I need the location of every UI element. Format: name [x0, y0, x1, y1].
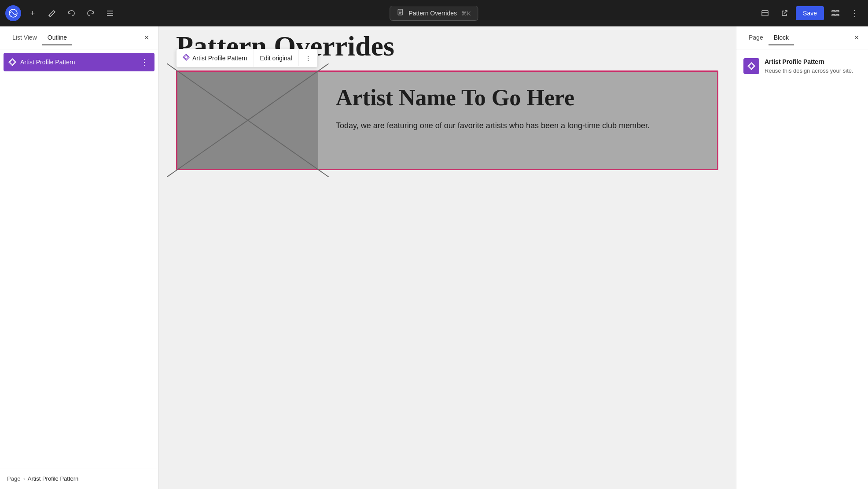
more-options-button[interactable]: ⋮: [847, 5, 863, 21]
pattern-diamond-icon: [8, 58, 17, 67]
canvas-content: Pattern Overrides Artist Profile Pattern: [158, 26, 736, 489]
view-icon-button[interactable]: [757, 5, 773, 21]
edit-button[interactable]: [44, 5, 60, 21]
shortcut-label: ⌘K: [461, 10, 471, 17]
pattern-list-item[interactable]: Artist Profile Pattern ⋮: [4, 53, 154, 71]
tab-block[interactable]: Block: [769, 30, 794, 45]
pattern-toolbar-diamond-icon: [183, 54, 190, 63]
tab-list-view[interactable]: List View: [7, 30, 42, 45]
redo-button[interactable]: [83, 5, 99, 21]
sidebar-right-content: Artist Profile Pattern Reuse this design…: [736, 49, 868, 84]
artist-name: Artist Name To Go Here: [336, 85, 699, 110]
sidebar-right-close-button[interactable]: ×: [852, 31, 861, 44]
edit-original-label: Edit original: [260, 55, 292, 62]
settings-icon-button[interactable]: [828, 5, 843, 21]
main-area: List View Outline × Artist Profile Patte…: [0, 26, 868, 489]
svg-rect-13: [832, 15, 835, 16]
external-link-button[interactable]: [776, 5, 792, 21]
breadcrumb-current: Artist Profile Pattern: [28, 475, 79, 482]
block-info-text: Artist Profile Pattern Reuse this design…: [765, 58, 853, 75]
list-view-button[interactable]: [102, 5, 118, 21]
pattern-name-button[interactable]: Artist Profile Pattern: [177, 49, 254, 67]
pattern-more-button[interactable]: ⋮: [139, 56, 150, 68]
more-options-icon: ⋮: [305, 55, 311, 62]
sidebar-left-content: Artist Profile Pattern ⋮: [0, 49, 158, 468]
artist-text-area: Artist Name To Go Here Today, we are fea…: [318, 72, 717, 169]
artist-image-placeholder: [177, 72, 318, 169]
breadcrumb-separator: ›: [23, 475, 25, 482]
pattern-name-label: Artist Profile Pattern: [192, 55, 247, 62]
tab-page[interactable]: Page: [743, 30, 769, 45]
pattern-block-wrapper[interactable]: Artist Profile Pattern Edit original ⋮: [176, 70, 718, 170]
block-info-description: Reuse this design across your site.: [765, 67, 853, 75]
svg-line-10: [784, 11, 787, 14]
document-title-button[interactable]: Pattern Overrides ⌘K: [390, 6, 478, 21]
svg-rect-12: [836, 11, 839, 12]
edit-original-button[interactable]: Edit original: [254, 50, 299, 66]
sidebar-right-tabs: Page Block ×: [736, 26, 868, 49]
svg-rect-8: [762, 11, 768, 16]
canvas[interactable]: Pattern Overrides Artist Profile Pattern: [158, 26, 736, 489]
document-title-text: Pattern Overrides: [408, 10, 457, 17]
block-info-icon: [743, 58, 759, 74]
sidebar-left-tabs: List View Outline ×: [0, 26, 158, 49]
pattern-toolbar-more-button[interactable]: ⋮: [299, 50, 317, 66]
breadcrumb-page-link[interactable]: Page: [7, 475, 20, 482]
artist-description: Today, we are featuring one of our favor…: [336, 119, 699, 132]
artist-profile-block: Artist Name To Go Here Today, we are fea…: [177, 72, 717, 169]
sidebar-left: List View Outline × Artist Profile Patte…: [0, 26, 158, 489]
block-info-title: Artist Profile Pattern: [765, 58, 853, 65]
wp-logo-icon[interactable]: [5, 5, 21, 21]
pattern-toolbar-popup: Artist Profile Pattern Edit original ⋮: [176, 49, 318, 67]
toolbar-right: Save ⋮: [757, 5, 863, 21]
tab-outline[interactable]: Outline: [42, 30, 72, 45]
toolbar: + Pat: [0, 0, 868, 26]
sidebar-left-close-button[interactable]: ×: [142, 31, 151, 44]
save-button[interactable]: Save: [796, 6, 824, 20]
add-button[interactable]: +: [25, 5, 40, 21]
svg-rect-11: [832, 11, 835, 12]
pattern-item-label: Artist Profile Pattern: [20, 59, 135, 66]
undo-button[interactable]: [63, 5, 79, 21]
breadcrumb: Page › Artist Profile Pattern: [0, 468, 158, 489]
svg-rect-14: [836, 15, 839, 16]
sidebar-right: Page Block × Artist Profile Pattern Reus…: [736, 26, 868, 489]
document-icon: [397, 9, 404, 18]
block-info-section: Artist Profile Pattern Reuse this design…: [743, 58, 861, 75]
